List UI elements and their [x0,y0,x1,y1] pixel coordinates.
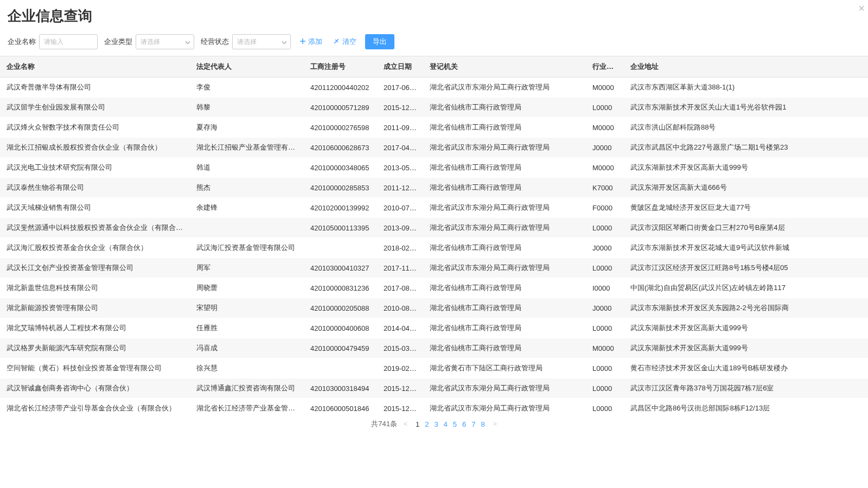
cell-code: J0000 [586,138,624,158]
cell-date: 2014-04-01 [377,318,423,338]
cell-regno: 420100000285853 [304,178,377,198]
cell-address: 武汉市东西湖区革新大道388-1(1) [624,78,868,98]
cell-date: 2010-07-16 [377,198,423,218]
table-row[interactable]: 武汉烽火众智数字技术有限责任公司夏存海4201000002765982011-0… [0,118,868,138]
cell-rep: 湖北省长江经济带产业基金管理有... [190,399,304,414]
cell-name: 武汉长江文创产业投资基金管理有限公司 [0,258,190,278]
pagination-total: 共741条 [371,419,397,429]
cell-rep: 周晓蕾 [190,278,304,298]
cell-authority: 湖北省仙桃市工商行政管理局 [423,98,586,118]
cell-authority: 湖北省武汉市东湖分局工商行政管理局 [423,198,586,218]
page-number[interactable]: 2 [425,420,429,428]
cell-name: 湖北省长江经济带产业引导基金合伙企业（有限合伙） [0,399,190,414]
table-row[interactable]: 湖北新盖世信息科技有限公司周晓蕾4201000008312362017-08-1… [0,278,868,298]
next-page-icon[interactable]: > [493,420,497,428]
page-number[interactable]: 5 [453,420,457,428]
filter-status-label: 经营状态 [201,37,229,47]
cell-address: 武汉市江汉区经济开发区江旺路8号1栋5号楼4层05 [624,258,868,278]
cell-authority: 湖北省仙桃市工商行政管理局 [423,178,586,198]
filter-name-label: 企业名称 [8,37,36,47]
cell-code: M0000 [586,78,624,98]
cell-authority: 湖北省武汉市东湖分局工商行政管理局 [423,138,586,158]
cell-regno: 420100000348065 [304,158,377,178]
filter-name-group: 企业名称 [8,34,98,49]
table-row[interactable]: 湖北长江招银成长股权投资合伙企业（有限合伙）湖北长江招银产业基金管理有限公司..… [0,138,868,158]
cell-code: J0000 [586,298,624,318]
cell-name: 武汉光电工业技术研究院有限公司 [0,158,190,178]
table-row[interactable]: 湖北新能源投资管理有限公司宋望明4201000002050882010-08-1… [0,298,868,318]
table-row[interactable]: 武汉泰然生物谷有限公司熊杰4201000002858532011-12-08湖北… [0,178,868,198]
cell-date: 2015-12-09 [377,98,423,118]
page-number[interactable]: 4 [444,420,448,428]
page-number[interactable]: 8 [481,420,485,428]
filter-type-group: 企业类型 请选择 [104,34,194,49]
cell-address: 武汉东湖新技术开发区高新大道999号 [624,318,868,338]
cell-authority: 湖北省武汉市东湖分局工商行政管理局 [423,378,586,399]
cell-address: 武昌区中北路86号汉街总部国际8栋F12/13层 [624,399,868,414]
cell-rep: 任雁胜 [190,318,304,338]
cell-regno [304,358,377,378]
cell-regno: 420105000113395 [304,218,377,238]
table-row[interactable]: 武汉奇普微半导体有限公司李俊4201120004402022017-06-14湖… [0,78,868,98]
table-row[interactable]: 武汉斐然源通中以科技股权投资基金合伙企业（有限合伙）42010500011339… [0,218,868,238]
page-number[interactable]: 3 [434,420,438,428]
cell-address: 武汉东湖新技术开发区高新大道999号 [624,158,868,178]
cell-name: 武汉格罗夫新能源汽车研究院有限公司 [0,338,190,358]
cell-name: 武汉智诚鑫创商务咨询中心（有限合伙） [0,378,190,399]
cell-name: 武汉海汇股权投资基金合伙企业（有限合伙） [0,238,190,258]
cell-regno: 420106000501846 [304,399,377,414]
table-row[interactable]: 武汉天域梯业销售有限公司余建锋4201020001399922010-07-16… [0,198,868,218]
cell-address: 武汉市江汉区青年路378号万国花园7栋7层6室 [624,378,868,399]
table-row[interactable]: 武汉长江文创产业投资基金管理有限公司周军4201030004103272017-… [0,258,868,278]
close-icon[interactable]: × [858,2,865,15]
cell-date: 2010-08-18 [377,298,423,318]
cell-rep: 宋望明 [190,298,304,318]
export-button[interactable]: 导出 [365,34,394,49]
cell-name: 武汉斐然源通中以科技股权投资基金合伙企业（有限合伙） [0,218,190,238]
table-row[interactable]: 武汉格罗夫新能源汽车研究院有限公司冯喜成4201000004794592015-… [0,338,868,358]
table-row[interactable]: 湖北艾瑞博特机器人工程技术有限公司任雁胜4201000004006082014-… [0,318,868,338]
cell-name: 武汉奇普微半导体有限公司 [0,78,190,98]
table-row[interactable]: 武汉留学生创业园发展有限公司韩黎4201000005712892015-12-0… [0,98,868,118]
table-row[interactable]: 武汉光电工业技术研究院有限公司韩道4201000003480652013-05-… [0,158,868,178]
clear-button-label: 清空 [342,37,356,47]
clear-button[interactable]: 清空 [331,37,359,47]
table-header-row: 企业名称 法定代表人 工商注册号 成立日期 登记机关 行业代码 企业地址 [0,56,868,78]
company-name-input[interactable] [39,34,98,49]
cell-date: 2011-12-08 [377,178,423,198]
table-row[interactable]: 湖北省长江经济带产业引导基金合伙企业（有限合伙）湖北省长江经济带产业基金管理有.… [0,399,868,414]
cell-name: 武汉天域梯业销售有限公司 [0,198,190,218]
cell-regno: 420100000276598 [304,118,377,138]
filter-bar: 企业名称 企业类型 请选择 经营状态 请选择 添加 清空 导出 [0,30,868,56]
cell-authority: 湖北省仙桃市工商行政管理局 [423,238,586,258]
cell-date: 2015-12-22 [377,378,423,399]
cell-code: M0000 [586,338,624,358]
cell-code: I0000 [586,278,624,298]
cell-code: F0000 [586,198,624,218]
col-header-name: 企业名称 [0,56,190,78]
add-button[interactable]: 添加 [297,37,324,47]
cell-date: 2013-05-21 [377,158,423,178]
cell-regno: 420103000318494 [304,378,377,399]
table-row[interactable]: 武汉海汇股权投资基金合伙企业（有限合伙）武汉海汇投资基金管理有限公司2018-0… [0,238,868,258]
cell-date: 2011-09-12 [377,118,423,138]
business-status-select[interactable]: 请选择 [232,34,291,49]
cell-code: L0000 [586,318,624,338]
cell-name: 湖北新能源投资管理有限公司 [0,298,190,318]
table-row[interactable]: 武汉智诚鑫创商务咨询中心（有限合伙）武汉博通鑫汇投资咨询有限公司42010300… [0,378,868,399]
prev-page-icon[interactable]: < [404,420,407,428]
cell-regno: 420100000479459 [304,338,377,358]
cell-address: 武汉东湖新技术开发区高新大道999号 [624,338,868,358]
page-number[interactable]: 7 [471,420,475,428]
cell-authority: 湖北省武汉市东湖分局工商行政管理局 [423,218,586,238]
cell-code: L0000 [586,258,624,278]
table-row[interactable]: 空间智能（黄石）科技创业投资基金管理有限公司徐兴慧2019-02-28湖北省黄石… [0,358,868,378]
page-number[interactable]: 1 [416,420,419,428]
filter-status-group: 经营状态 请选择 [201,34,291,49]
cell-regno: 420112000440202 [304,78,377,98]
page-number[interactable]: 6 [462,420,466,428]
cell-authority: 湖北省武汉市东湖分局工商行政管理局 [423,258,586,278]
company-type-select[interactable]: 请选择 [136,34,194,49]
cell-address: 中国(湖北)自由贸易区(武汉片区)左岭镇左岭路117 [624,278,868,298]
cell-rep: 韩道 [190,158,304,178]
